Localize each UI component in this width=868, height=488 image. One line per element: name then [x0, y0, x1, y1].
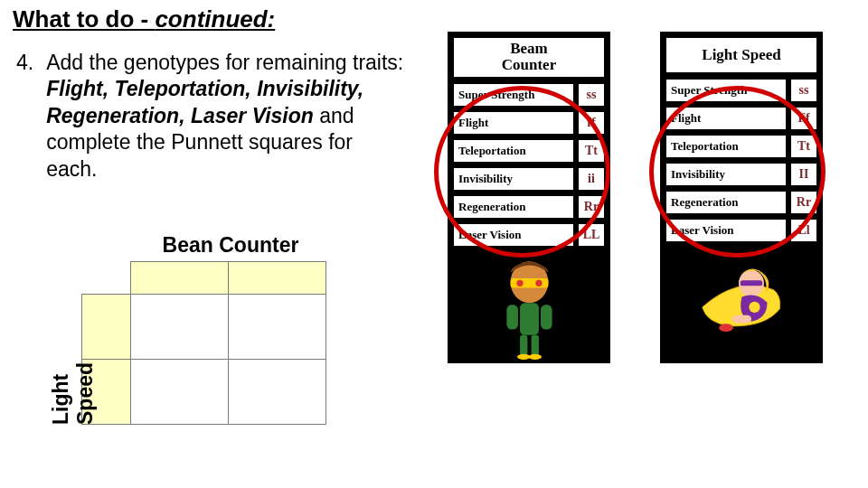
- hero-cards: Beam Counter Super Strengthss Flightff T…: [448, 32, 823, 363]
- trait-name: Invisibility: [665, 163, 787, 186]
- trait-genotype: II: [790, 163, 817, 186]
- beam-counter-hero-icon: [482, 256, 577, 360]
- trait-genotype: Rr: [790, 191, 817, 214]
- trait-name: Flight: [665, 107, 787, 130]
- svg-point-9: [516, 353, 530, 359]
- punnett-top-label: Bean Counter: [27, 233, 371, 258]
- trait-name: Super Strength: [665, 79, 787, 102]
- punnett-cell: [131, 295, 229, 360]
- trait-name: Laser Vision: [453, 223, 574, 247]
- svg-point-3: [535, 279, 542, 286]
- trait-genotype: Ll: [790, 219, 817, 242]
- punnett-side-label: Light Speed: [49, 310, 98, 425]
- title-main: What to do -: [13, 5, 155, 33]
- hero-illustration: [665, 247, 817, 355]
- svg-rect-6: [541, 305, 552, 329]
- svg-point-15: [719, 324, 733, 332]
- trait-row: Laser VisionLL: [453, 223, 605, 247]
- trait-genotype: Ff: [790, 107, 817, 130]
- trait-genotype: ii: [578, 167, 605, 191]
- svg-point-10: [528, 353, 542, 359]
- svg-rect-7: [520, 335, 527, 356]
- trait-row: FlightFf: [665, 107, 817, 130]
- trait-row: TeleportationTt: [453, 139, 605, 163]
- trait-name: Teleportation: [665, 135, 787, 158]
- svg-rect-14: [732, 314, 751, 323]
- punnett-square: Bean Counter Light Speed: [27, 233, 371, 425]
- trait-genotype: Tt: [790, 135, 817, 158]
- hero-illustration: [453, 251, 605, 360]
- trait-row: Flightff: [453, 111, 605, 135]
- instruction-block: 4. Add the genotypes for remaining trait…: [0, 33, 407, 183]
- trait-name: Invisibility: [453, 167, 574, 191]
- card-title: Beam Counter: [453, 37, 605, 78]
- trait-name: Regeneration: [453, 195, 574, 219]
- title-continued: continued:: [155, 5, 275, 33]
- punnett-cell: [131, 360, 229, 425]
- trait-name: Laser Vision: [665, 219, 787, 242]
- trait-row: InvisibilityII: [665, 163, 817, 186]
- trait-row: RegenerationRr: [665, 191, 817, 214]
- trait-genotype: Tt: [578, 139, 605, 163]
- trait-name: Regeneration: [665, 191, 787, 214]
- svg-point-13: [749, 302, 760, 313]
- trait-genotype: ss: [578, 83, 605, 107]
- trait-row: TeleportationTt: [665, 135, 817, 158]
- trait-genotype: ss: [790, 79, 817, 102]
- trait-name: Teleportation: [453, 139, 574, 163]
- trait-genotype: Rr: [578, 195, 605, 219]
- instruction-text: Add the genotypes for remaining traits: …: [46, 50, 407, 183]
- trait-name: Super Strength: [453, 83, 574, 107]
- light-speed-hero-icon: [694, 251, 789, 355]
- punnett-cell: [229, 295, 326, 360]
- svg-rect-8: [531, 335, 538, 356]
- trait-genotype: ff: [578, 111, 605, 135]
- step-number: 4.: [16, 50, 33, 183]
- trait-row: Super Strengthss: [665, 79, 817, 102]
- trait-row: Invisibilityii: [453, 167, 605, 191]
- card-light-speed: Light Speed Super Strengthss FlightFf Te…: [660, 32, 823, 363]
- trait-row: Laser VisionLl: [665, 219, 817, 242]
- trait-row: RegenerationRr: [453, 195, 605, 219]
- trait-name: Flight: [453, 111, 574, 135]
- card-title: Light Speed: [665, 37, 817, 73]
- instruction-lead: Add the genotypes for remaining traits:: [46, 51, 403, 74]
- trait-row: Super Strengthss: [453, 83, 605, 107]
- page-title: What to do - continued:: [0, 0, 868, 33]
- punnett-grid: [81, 261, 326, 425]
- punnett-cell: [229, 360, 326, 425]
- punnett-top-allele-2: [229, 262, 326, 295]
- svg-rect-4: [520, 303, 539, 335]
- punnett-top-allele-1: [131, 262, 229, 295]
- trait-genotype: LL: [578, 223, 605, 247]
- svg-rect-1: [510, 278, 548, 287]
- svg-rect-5: [506, 305, 518, 329]
- svg-rect-12: [740, 280, 762, 286]
- card-beam-counter: Beam Counter Super Strengthss Flightff T…: [448, 32, 610, 363]
- svg-point-2: [516, 279, 523, 286]
